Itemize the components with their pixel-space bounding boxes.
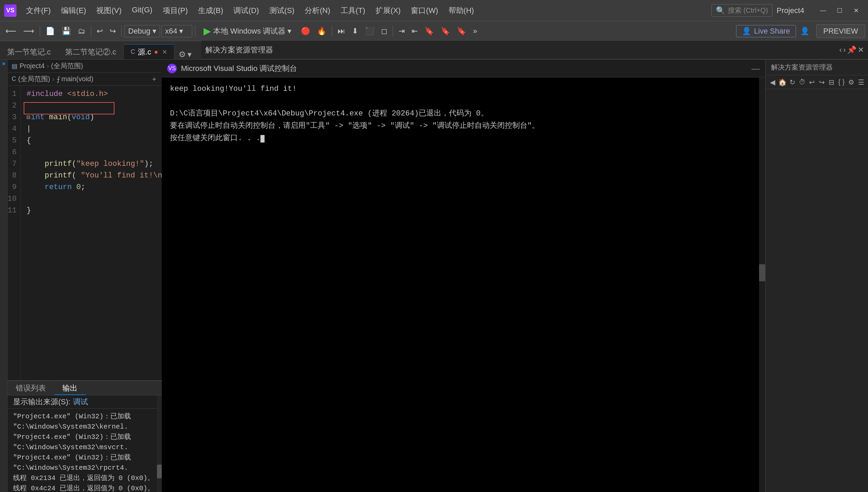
menu-window[interactable]: 窗口(W)	[406, 4, 443, 17]
solution-explorer-content	[766, 89, 868, 492]
menu-analyze[interactable]: 分析(N)	[300, 4, 335, 17]
search-box[interactable]: 🔍 搜索 (Ctrl+Q)	[711, 4, 772, 17]
debug-close-button[interactable]: —	[751, 64, 760, 73]
menu-debug[interactable]: 调试(D)	[229, 4, 264, 17]
tab-source-label: 源.c	[138, 47, 151, 57]
sidebar-close-icon[interactable]: ✕	[858, 46, 864, 54]
debug-console-title: Microsoft Visual Studio 调试控制台	[181, 63, 297, 74]
tab-close-icon[interactable]: ✕	[162, 48, 167, 56]
breadcrumb-scope: (全局范围)	[51, 61, 83, 71]
tab-notes1[interactable]: 第一节笔记.c	[0, 44, 58, 59]
debug-scrollbar	[759, 77, 765, 492]
outdent-button[interactable]: ⇤	[409, 25, 420, 37]
tab-output[interactable]: 输出	[54, 382, 86, 395]
chevron-down-icon-2: ▾	[179, 27, 183, 36]
indent-button[interactable]: ⇥	[396, 25, 407, 37]
solution-explorer-controls: ‹ › 📌 ✕	[839, 46, 864, 54]
platform-dropdown[interactable]: x64 ▾	[161, 25, 192, 37]
output-tabs: 错误列表 输出	[8, 381, 162, 395]
search-placeholder: 搜索 (Ctrl+Q)	[728, 6, 768, 15]
menu-project[interactable]: 项目(P)	[158, 4, 193, 17]
attach-button[interactable]: 🔥	[314, 25, 329, 37]
play-icon: ▶	[204, 25, 211, 37]
menu-extensions[interactable]: 扩展(X)	[371, 4, 405, 17]
bookmarks-button[interactable]: 🔖	[454, 25, 469, 37]
gear-icon[interactable]: ⚙	[179, 50, 186, 59]
code-line-1: #include <stdio.h>	[26, 88, 162, 100]
step-into-button[interactable]: ⬇	[349, 25, 361, 37]
menu-build[interactable]: 生成(B)	[193, 4, 228, 17]
toolbar-sep-6	[393, 26, 393, 37]
bookmark-next-button[interactable]: 🔖	[438, 25, 453, 37]
c-file-icon: C	[131, 48, 135, 56]
title-bar: VS 文件(F) 编辑(E) 视图(V) Git(G) 项目(P) 生成(B) …	[0, 0, 868, 21]
code-line-9: return 0;	[26, 182, 162, 193]
undo-button[interactable]: ↩	[94, 25, 106, 37]
se-redo-button[interactable]: ↪	[818, 77, 826, 87]
sidebar-nav-forward-icon[interactable]: ›	[843, 46, 846, 54]
new-file-button[interactable]: 📄	[43, 25, 58, 37]
sidebar-pin-icon[interactable]: 📌	[847, 46, 856, 54]
output-source-value[interactable]: 调试	[73, 397, 88, 407]
output-scrollbar-thumb[interactable]	[157, 465, 162, 478]
se-back-button[interactable]: ◀	[768, 77, 777, 87]
tab-source[interactable]: C 源.c ● ✕	[123, 44, 174, 59]
debug-title-bar: VS Microsoft Visual Studio 调试控制台 —	[162, 60, 765, 77]
title-bar-right: 🔍 搜索 (Ctrl+Q) Project4 — ☐ ✕	[711, 4, 864, 17]
menu-file[interactable]: 文件(F)	[21, 4, 56, 17]
vs-console-icon: VS	[167, 64, 177, 73]
debug-output[interactable]: keep looking!You'll find it! D:\C语言项目\Pr…	[162, 77, 765, 492]
menu-view[interactable]: 视图(V)	[91, 4, 126, 17]
se-code-button[interactable]: { }	[837, 77, 846, 87]
breakpoints-button[interactable]: ◻	[378, 25, 390, 37]
breadcrumb-sep-1: ›	[47, 62, 49, 70]
live-share-button[interactable]: 👤 Live Share	[736, 25, 796, 37]
se-timer-button[interactable]: ⏱	[798, 77, 806, 87]
tab-notes1-label: 第一节笔记.c	[7, 47, 51, 57]
solution-explorer-header: 解决方案资源管理器	[766, 60, 868, 75]
menu-git[interactable]: Git(G)	[127, 4, 157, 17]
debug-line-1: keep looking!You'll find it!	[170, 83, 757, 95]
step-over-button[interactable]: ⏭	[335, 25, 348, 37]
debug-scrollbar-thumb[interactable]	[759, 264, 765, 281]
se-split-button[interactable]: ⊟	[827, 77, 836, 87]
se-home-button[interactable]: 🏠	[778, 77, 787, 87]
code-line-7: printf("keep looking!");	[26, 158, 162, 170]
output-line-3: "Project4.exe" (Win32)：已加载 "C:\Windows\S…	[13, 453, 156, 473]
more-toolbar-button[interactable]: »	[470, 25, 480, 37]
restart-button[interactable]: 🔴	[298, 25, 313, 37]
breadcrumb-project: Project4	[20, 62, 45, 70]
menu-help[interactable]: 帮助(H)	[444, 4, 479, 17]
menu-test[interactable]: 测试(S)	[265, 4, 299, 17]
breakpoint-button[interactable]: ⬛	[362, 25, 377, 37]
tab-notes2[interactable]: 第二节笔记②.c	[58, 44, 123, 59]
bookmark-prev-button[interactable]: 🔖	[422, 25, 437, 37]
solution-explorer-title: 解决方案资源管理器	[205, 45, 273, 55]
output-lines: "Project4.exe" (Win32)：已加载 "C:\Windows\S…	[8, 409, 162, 492]
back-button[interactable]: ⟵	[3, 25, 19, 37]
maximize-button[interactable]: ☐	[832, 4, 847, 17]
close-button[interactable]: ✕	[848, 4, 864, 17]
expand-icon[interactable]: ▾	[187, 50, 192, 59]
menu-edit[interactable]: 编辑(E)	[56, 4, 91, 17]
run-button[interactable]: ▶ 本地 Windows 调试器 ▾	[198, 24, 297, 38]
redo-button[interactable]: ↪	[107, 25, 119, 37]
save-button[interactable]: 💾	[59, 25, 74, 37]
tab-error-list[interactable]: 错误列表	[8, 382, 54, 395]
save-all-button[interactable]: 🗂	[75, 25, 88, 37]
menu-tools[interactable]: 工具(T)	[336, 4, 370, 17]
se-sync-button[interactable]: ↻	[788, 77, 797, 87]
window-controls: — ☐ ✕	[815, 4, 864, 17]
add-watch-icon[interactable]: ＋	[151, 74, 158, 84]
se-settings-button[interactable]: ⚙	[847, 77, 856, 87]
sidebar-nav-back-icon[interactable]: ‹	[839, 46, 842, 54]
code-line-10	[26, 193, 162, 205]
minimize-button[interactable]: —	[815, 4, 831, 17]
forward-button[interactable]: ⟶	[21, 25, 37, 37]
se-filter-button[interactable]: ☰	[857, 77, 865, 87]
preview-button[interactable]: PREVIEW	[816, 24, 865, 38]
se-undo-button[interactable]: ↩	[808, 77, 816, 87]
debug-config-dropdown[interactable]: Debug ▾	[124, 25, 160, 37]
menu-bar: 文件(F) 编辑(E) 视图(V) Git(G) 项目(P) 生成(B) 调试(…	[21, 4, 479, 17]
user-account-button[interactable]: 👤	[797, 25, 812, 37]
